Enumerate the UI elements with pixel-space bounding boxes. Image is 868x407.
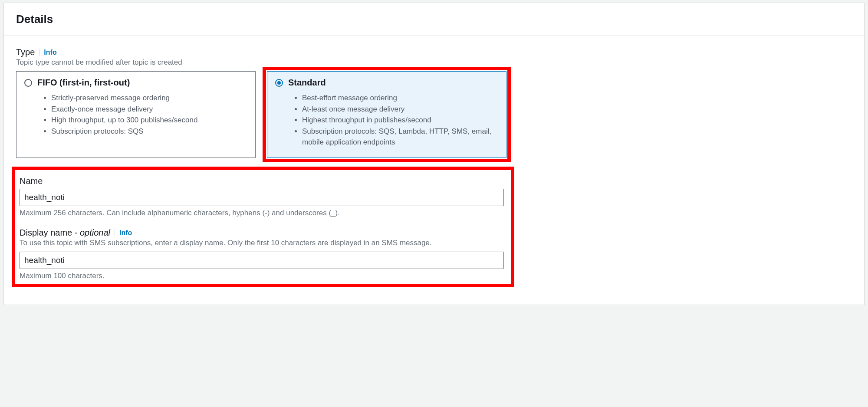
type-label: Type: [16, 47, 35, 57]
type-info-link[interactable]: Info: [44, 49, 56, 56]
display-name-info-link[interactable]: Info: [119, 229, 132, 237]
highlight-name-block: Name Maximum 256 characters. Can include…: [12, 167, 514, 287]
separator: [39, 49, 39, 56]
name-input[interactable]: [20, 189, 504, 206]
name-field: Name Maximum 256 characters. Can include…: [20, 176, 506, 217]
standard-bullets: Best-effort message ordering At-least on…: [302, 93, 498, 148]
display-name-label-row: Display name - optional Info: [20, 228, 506, 238]
standard-title-row: Standard: [275, 78, 498, 88]
separator: [115, 229, 115, 237]
radio-icon: [24, 79, 32, 87]
standard-title: Standard: [288, 78, 326, 88]
list-item: High throughput, up to 300 publishes/sec…: [51, 115, 247, 126]
list-item: Highest throughput in publishes/second: [302, 115, 498, 126]
list-item: Subscription protocols: SQS: [51, 126, 247, 137]
panel-header: Details: [4, 3, 864, 36]
list-item: Exactly-once message delivery: [51, 104, 247, 115]
type-helper-text: Topic type cannot be modified after topi…: [16, 58, 852, 67]
display-name-input[interactable]: [20, 252, 504, 269]
type-option-fifo[interactable]: FIFO (first-in, first-out) Strictly-pres…: [16, 71, 256, 158]
display-name-field: Display name - optional Info To use this…: [20, 228, 506, 280]
radio-icon: [275, 79, 283, 87]
list-item: Strictly-preserved message ordering: [51, 93, 247, 104]
list-item: Subscription protocols: SQS, Lambda, HTT…: [302, 126, 498, 148]
type-label-row: Type Info: [16, 47, 852, 57]
panel-body: Type Info Topic type cannot be modified …: [4, 36, 864, 305]
display-name-label-prefix: Display name -: [20, 228, 80, 237]
name-helper-text: Maximum 256 characters. Can include alph…: [20, 209, 506, 217]
display-name-helper-text: To use this topic with SMS subscriptions…: [20, 239, 506, 247]
type-option-grid: FIFO (first-in, first-out) Strictly-pres…: [16, 71, 506, 158]
display-name-optional: optional: [80, 228, 110, 237]
fifo-title-row: FIFO (first-in, first-out): [24, 78, 247, 88]
fifo-title: FIFO (first-in, first-out): [37, 78, 130, 88]
list-item: Best-effort message ordering: [302, 93, 498, 104]
type-option-standard[interactable]: Standard Best-effort message ordering At…: [267, 71, 506, 158]
highlight-standard: Standard Best-effort message ordering At…: [263, 67, 511, 162]
fifo-bullets: Strictly-preserved message ordering Exac…: [51, 93, 247, 137]
display-name-label: Display name - optional: [20, 228, 110, 238]
name-label-row: Name: [20, 176, 506, 186]
list-item: At-least once message delivery: [302, 104, 498, 115]
name-label: Name: [20, 176, 43, 186]
panel-title: Details: [16, 13, 852, 26]
display-name-below-helper: Maximum 100 characters.: [20, 272, 506, 280]
details-panel: Details Type Info Topic type cannot be m…: [3, 3, 865, 305]
